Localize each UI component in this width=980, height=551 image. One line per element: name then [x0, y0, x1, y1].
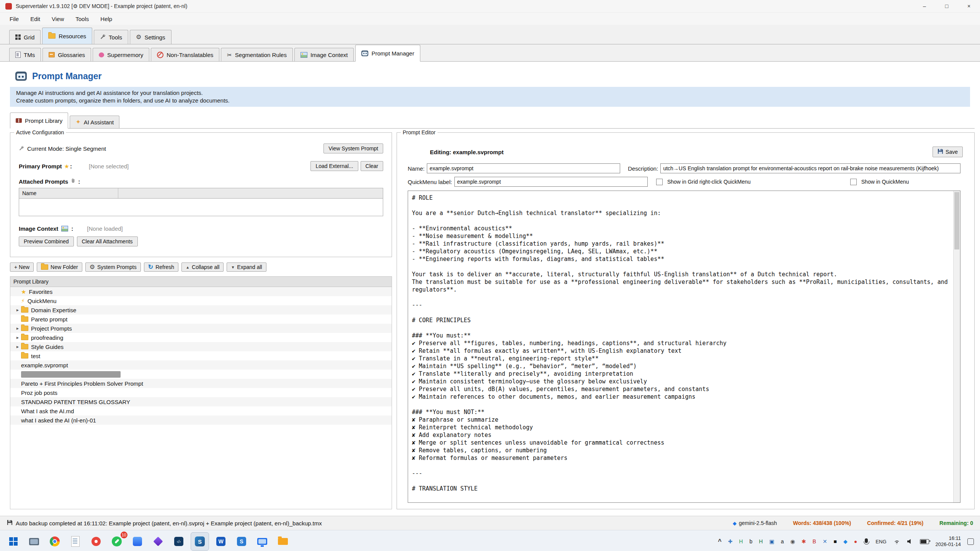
tray-icon[interactable]: ◆: [843, 539, 848, 544]
taskbar-computer[interactable]: [25, 533, 43, 550]
taskbar-recorder[interactable]: [87, 533, 105, 550]
tab-image-context[interactable]: Image Context: [294, 48, 354, 61]
taskbar-files[interactable]: [129, 533, 146, 550]
library-item-project-prompts[interactable]: ▸ Project Prompts: [10, 324, 392, 333]
taskbar-whatsapp[interactable]: 10: [108, 533, 126, 550]
tab-non-translatables[interactable]: Non-Translatables: [151, 48, 219, 61]
taskbar-code[interactable]: [170, 533, 188, 550]
model-indicator[interactable]: ◆ gemini-2.5-flash: [733, 520, 777, 526]
taskbar-sapp[interactable]: S: [233, 533, 250, 550]
quickmenu-input[interactable]: [454, 177, 648, 187]
tab-grid[interactable]: Grid: [9, 30, 41, 44]
menu-edit[interactable]: Edit: [24, 14, 46, 24]
taskbar-notepad[interactable]: [67, 533, 84, 550]
tray-icon[interactable]: ▣: [769, 539, 774, 544]
microphone-icon[interactable]: [865, 538, 868, 543]
load-external-button[interactable]: Load External...: [310, 161, 358, 171]
tray-icon[interactable]: ✚: [728, 539, 733, 544]
tab-resources[interactable]: Resources: [42, 28, 92, 44]
language-indicator[interactable]: ENG: [875, 539, 886, 544]
library-item-pareto-first-principles[interactable]: Pareto + First Principles Problem Solver…: [10, 379, 392, 388]
library-item-pareto-prompt-folder[interactable]: Pareto prompt: [10, 315, 392, 324]
collapse-all-button[interactable]: ▲ Collapse all: [181, 262, 224, 272]
view-system-prompt-button[interactable]: View System Prompt: [323, 143, 383, 153]
tray-icon[interactable]: H: [739, 539, 743, 544]
save-button[interactable]: Save: [933, 147, 963, 157]
volume-icon[interactable]: [907, 539, 913, 544]
tray-icon[interactable]: ◉: [791, 539, 795, 544]
taskbar-chrome[interactable]: [46, 533, 64, 550]
expand-all-button[interactable]: ▼ Expand all: [227, 262, 266, 272]
tray-icon[interactable]: H: [759, 539, 763, 544]
description-input[interactable]: [660, 163, 960, 173]
wifi-icon[interactable]: [893, 539, 901, 544]
library-item-what-i-ask-the-ai[interactable]: What I ask the AI.md: [10, 406, 392, 416]
tray-icon[interactable]: b: [750, 539, 753, 544]
start-button[interactable]: [5, 533, 22, 550]
attached-prompts-table[interactable]: Name: [19, 188, 383, 216]
expand-arrow-icon[interactable]: ▸: [14, 344, 21, 349]
notification-icon[interactable]: [967, 538, 974, 545]
tray-icon[interactable]: ✕: [823, 539, 827, 544]
quickmenu-checkbox[interactable]: [850, 179, 857, 185]
library-item-redacted[interactable]: [10, 370, 392, 379]
clock[interactable]: 16:11 2026-01-14: [936, 535, 961, 548]
new-prompt-button[interactable]: + New: [10, 262, 34, 272]
taskbar-display[interactable]: [253, 533, 271, 550]
clear-all-attachments-button[interactable]: Clear All Attachments: [77, 236, 138, 246]
tray-icon[interactable]: a: [781, 539, 784, 544]
tab-segmentation-rules[interactable]: ✂ Segmentation Rules: [221, 48, 293, 61]
tab-settings[interactable]: ⚙ Settings: [130, 30, 172, 44]
new-folder-button[interactable]: New Folder: [37, 262, 82, 272]
preview-combined-button[interactable]: Preview Combined: [19, 236, 74, 246]
name-input[interactable]: [427, 163, 620, 173]
minimize-button[interactable]: –: [913, 0, 936, 12]
tab-prompt-manager[interactable]: Prompt Manager: [355, 45, 420, 62]
tab-supermemory[interactable]: Supermemory: [93, 48, 149, 61]
library-item-favorites[interactable]: ★ Favorites: [10, 287, 392, 296]
tray-icon[interactable]: ■: [834, 539, 837, 544]
tray-icon[interactable]: ✱: [802, 539, 806, 544]
folder-icon: [21, 353, 28, 359]
menu-help[interactable]: Help: [95, 14, 118, 24]
menu-tools[interactable]: Tools: [70, 14, 95, 24]
battery-icon[interactable]: [920, 539, 929, 544]
refresh-button[interactable]: ↻ Refresh: [144, 262, 178, 272]
library-item-style-guides[interactable]: ▸ Style Guides: [10, 342, 392, 351]
tab-ai-assistant[interactable]: ✦ AI Assistant: [70, 116, 119, 128]
taskbar-word[interactable]: W: [212, 533, 230, 550]
library-item-what-i-asked-the-ai[interactable]: what I asked the AI (nl-en)-01: [10, 416, 392, 425]
library-item-example-svprompt[interactable]: example.svprompt: [10, 360, 392, 370]
tray-icon[interactable]: B: [813, 539, 816, 544]
library-item-proofreading[interactable]: ▸ proofreading: [10, 333, 392, 342]
statusbar: Auto backup completed at 16:11:02: Examp…: [0, 516, 980, 530]
library-item-proz-job-posts[interactable]: Proz job posts: [10, 388, 392, 397]
system-prompts-button[interactable]: ⚙ System Prompts: [85, 262, 141, 272]
menu-file[interactable]: File: [4, 14, 24, 24]
prompt-content-editor[interactable]: # ROLE You are a **senior Dutch→English …: [408, 191, 960, 503]
library-item-test-folder[interactable]: test: [10, 351, 392, 360]
tray-chevron-icon[interactable]: ^: [718, 538, 721, 545]
close-button[interactable]: ×: [958, 0, 980, 12]
library-item-quickmenu[interactable]: ⚡ QuickMenu: [10, 296, 392, 305]
editor-scrollbar[interactable]: [953, 191, 960, 502]
tab-glossaries[interactable]: Glossaries: [42, 48, 91, 61]
prompt-content[interactable]: # ROLE You are a **senior Dutch→English …: [408, 191, 960, 496]
tab-prompt-library[interactable]: Prompt Library: [10, 112, 68, 129]
taskbar-obsidian[interactable]: [149, 533, 167, 550]
expand-arrow-icon[interactable]: ▸: [14, 326, 21, 331]
grid-quickmenu-checkbox[interactable]: [656, 179, 663, 185]
editor-scrollbar-thumb[interactable]: [954, 192, 959, 249]
taskbar-folder[interactable]: [274, 533, 292, 550]
clear-primary-button[interactable]: Clear: [361, 161, 383, 171]
expand-arrow-icon[interactable]: ▸: [14, 335, 21, 340]
maximize-button[interactable]: □: [936, 0, 958, 12]
library-item-domain-expertise[interactable]: ▸ Domain Expertise: [10, 305, 392, 315]
tab-tools[interactable]: Tools: [94, 30, 128, 44]
menu-view[interactable]: View: [46, 14, 70, 24]
tray-icon[interactable]: ●: [854, 539, 857, 544]
expand-arrow-icon[interactable]: ▸: [14, 307, 21, 313]
library-item-standard-patent-terms[interactable]: STANDARD PATENT TERMS GLOSSARY: [10, 397, 392, 406]
tab-tms[interactable]: TMs: [9, 48, 41, 61]
taskbar-supervertaler[interactable]: S: [191, 532, 209, 551]
